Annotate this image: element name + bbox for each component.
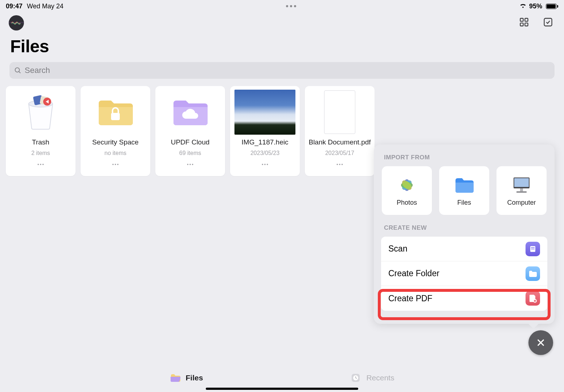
folder-cloud-icon <box>160 90 221 135</box>
import-computer[interactable]: Computer <box>496 166 547 215</box>
home-indicator[interactable] <box>206 388 358 390</box>
svg-rect-4 <box>544 19 552 26</box>
svg-point-18 <box>189 164 191 165</box>
folder-plus-icon <box>526 266 540 281</box>
image-thumbnail <box>234 90 295 135</box>
more-icon[interactable] <box>108 159 123 171</box>
create-pdf[interactable]: Create PDF <box>381 286 547 311</box>
file-card-trash[interactable]: Trash 2 items <box>6 86 75 176</box>
nav-label: Files <box>186 373 203 382</box>
battery-percentage: 95% <box>529 3 542 10</box>
svg-point-19 <box>192 164 193 165</box>
nav-label: Recents <box>366 373 394 382</box>
more-icon[interactable] <box>33 159 48 171</box>
svg-point-22 <box>267 164 268 165</box>
file-card-image[interactable]: IMG_1187.heic 2023/05/23 <box>230 86 300 176</box>
svg-point-25 <box>342 164 343 165</box>
svg-point-12 <box>42 164 44 165</box>
svg-rect-35 <box>514 178 529 187</box>
search-icon <box>14 66 22 74</box>
file-name: Security Space <box>92 138 139 146</box>
svg-rect-36 <box>520 188 523 191</box>
svg-point-21 <box>264 164 266 165</box>
wifi-icon <box>519 1 527 11</box>
file-meta: no items <box>105 150 126 156</box>
svg-rect-40 <box>531 249 535 249</box>
nav-files[interactable]: Files <box>170 372 203 383</box>
add-popover: IMPORT FROM Photos <box>374 144 555 324</box>
nav-recents[interactable]: Recents <box>350 372 394 383</box>
page-title: Files <box>0 32 564 62</box>
file-meta: 69 items <box>179 150 201 156</box>
create-new-label: CREATE NEW <box>384 224 544 232</box>
svg-point-20 <box>262 164 263 165</box>
file-meta: 2023/05/23 <box>250 150 279 156</box>
svg-rect-13 <box>111 113 120 120</box>
svg-point-14 <box>113 164 114 165</box>
file-meta: 2 items <box>31 150 50 156</box>
create-item-label: Create PDF <box>388 294 432 303</box>
svg-rect-1 <box>525 19 528 21</box>
import-card-label: Photos <box>397 199 417 207</box>
scan-icon <box>526 242 540 256</box>
status-date: Wed May 24 <box>27 3 64 10</box>
status-bar: 09:47 Wed May 24 95% <box>0 0 564 10</box>
create-folder[interactable]: Create Folder <box>381 261 547 286</box>
import-files[interactable]: Files <box>439 166 489 215</box>
svg-rect-2 <box>520 23 523 26</box>
close-button[interactable] <box>528 330 553 355</box>
search-placeholder: Search <box>25 66 50 75</box>
file-card-blank-doc[interactable]: Blank Document.pdf 2023/05/17 <box>305 86 375 176</box>
svg-point-5 <box>15 68 20 72</box>
battery-icon <box>544 4 558 9</box>
folder-icon <box>170 372 181 383</box>
file-name: Blank Document.pdf <box>308 138 371 146</box>
trash-icon <box>10 90 71 135</box>
svg-rect-37 <box>516 191 527 193</box>
svg-point-16 <box>117 164 119 165</box>
import-card-label: Files <box>457 199 471 207</box>
files-folder-icon <box>454 175 474 195</box>
file-name: IMG_1187.heic <box>242 138 289 146</box>
import-card-label: Computer <box>507 199 536 207</box>
folder-lock-icon <box>85 90 146 135</box>
svg-point-15 <box>115 164 116 165</box>
svg-point-23 <box>337 164 338 165</box>
create-scan[interactable]: Scan <box>381 237 547 261</box>
avatar[interactable] <box>9 15 24 30</box>
file-name: Trash <box>32 138 49 146</box>
photos-icon <box>397 175 417 195</box>
status-time: 09:47 <box>6 3 23 10</box>
more-icon[interactable] <box>332 159 347 171</box>
file-name: UPDF Cloud <box>171 138 210 146</box>
import-from-label: IMPORT FROM <box>384 154 544 161</box>
pip-dots-icon <box>286 5 296 7</box>
svg-rect-3 <box>525 23 528 26</box>
app-bar <box>0 10 564 32</box>
svg-rect-0 <box>520 19 523 21</box>
document-icon <box>309 90 370 135</box>
more-icon[interactable] <box>183 159 197 171</box>
clock-icon <box>350 372 361 383</box>
svg-point-10 <box>38 164 39 165</box>
bottom-nav: Files Recents <box>0 372 564 383</box>
pdf-plus-icon <box>526 291 540 306</box>
file-card-updf-cloud[interactable]: UPDF Cloud 69 items <box>155 86 225 176</box>
import-photos[interactable]: Photos <box>382 166 432 215</box>
search-input[interactable]: Search <box>9 62 555 79</box>
create-item-label: Create Folder <box>388 269 440 278</box>
more-icon[interactable] <box>258 159 272 171</box>
svg-point-24 <box>339 164 340 165</box>
create-item-label: Scan <box>388 244 407 254</box>
close-icon <box>536 338 546 348</box>
svg-point-17 <box>187 164 189 165</box>
grid-view-icon[interactable] <box>519 17 529 29</box>
svg-point-11 <box>40 164 41 165</box>
computer-icon <box>511 175 532 195</box>
svg-rect-39 <box>531 247 535 248</box>
file-meta: 2023/05/17 <box>325 150 354 156</box>
file-card-security-space[interactable]: Security Space no items <box>81 86 150 176</box>
select-icon[interactable] <box>543 17 553 29</box>
